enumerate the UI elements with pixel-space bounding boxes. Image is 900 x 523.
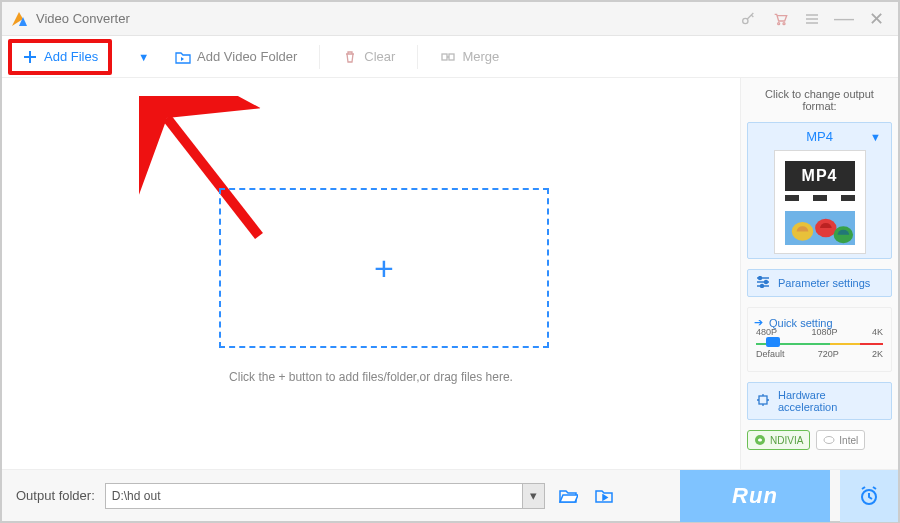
open-folder-button[interactable] [555, 483, 581, 509]
quality-slider[interactable]: 480P 1080P 4K Default 720P 2K [754, 337, 885, 365]
intel-badge: Intel [816, 430, 865, 450]
svg-rect-3 [442, 54, 447, 60]
folder-video-icon [175, 49, 191, 65]
add-files-highlight: Add Files [8, 39, 112, 75]
add-files-button[interactable]: Add Files [22, 49, 98, 65]
body: + Click the + button to add files/folder… [2, 78, 898, 469]
toolbar: Add Files ▼ Add Video Folder Clear Merge [2, 36, 898, 78]
svg-point-0 [743, 18, 748, 23]
merge-label: Merge [462, 49, 499, 64]
close-button[interactable]: ✕ [862, 5, 890, 33]
dropzone-hint: Click the + button to add files/folder,o… [2, 370, 740, 384]
merge-icon [440, 49, 456, 65]
app-logo-icon [10, 10, 28, 28]
slider-handle[interactable] [766, 337, 780, 347]
bottom-bar: Output folder: ▾ Run [2, 469, 898, 521]
titlebar: Video Converter — ✕ [2, 2, 898, 36]
hardware-accel-button[interactable]: Hardware acceleration [747, 382, 892, 420]
svg-point-11 [765, 281, 768, 284]
gpu-badges: NDIVIA Intel [747, 430, 892, 450]
svg-rect-4 [449, 54, 454, 60]
dropzone-plus-icon: + [374, 249, 394, 288]
cart-icon[interactable] [766, 5, 794, 33]
hardware-accel-label: Hardware acceleration [778, 389, 883, 413]
output-format-label: MP4 [806, 129, 833, 144]
scale-4k: 4K [872, 327, 883, 337]
trash-icon [342, 49, 358, 65]
toolbar-separator [319, 45, 320, 69]
chevron-down-icon: ▼ [870, 131, 881, 143]
parameter-settings-button[interactable]: Parameter settings [747, 269, 892, 297]
plus-icon [22, 49, 38, 65]
format-band: MP4 [785, 161, 855, 191]
play-folder-button[interactable] [591, 483, 617, 509]
scale-default: Default [756, 349, 785, 359]
svg-rect-13 [759, 396, 767, 404]
main-area: + Click the + button to add files/folder… [2, 78, 740, 469]
clear-button[interactable]: Clear [342, 49, 395, 65]
format-thumbnail: MP4 [774, 150, 866, 254]
key-icon[interactable] [734, 5, 762, 33]
svg-point-12 [761, 285, 764, 288]
add-video-folder-button[interactable]: Add Video Folder [175, 49, 297, 65]
drop-zone[interactable]: + [219, 188, 549, 348]
add-files-label: Add Files [44, 49, 98, 64]
run-label: Run [732, 483, 778, 509]
output-folder-dropdown[interactable]: ▾ [523, 483, 545, 509]
run-button[interactable]: Run [680, 470, 830, 522]
app-window: Video Converter — ✕ Add Files ▼ [0, 0, 900, 523]
output-folder-label: Output folder: [16, 488, 95, 503]
scale-480p: 480P [756, 327, 777, 337]
add-video-folder-label: Add Video Folder [197, 49, 297, 64]
schedule-button[interactable] [840, 470, 898, 522]
nvidia-badge-label: NDIVIA [770, 435, 803, 446]
svg-point-10 [759, 277, 762, 280]
toolbar-separator-2 [417, 45, 418, 69]
chip-icon [756, 393, 770, 409]
scale-720p: 720P [818, 349, 839, 359]
menu-icon[interactable] [798, 5, 826, 33]
svg-point-2 [783, 22, 785, 24]
sidebar: Click to change output format: MP4 ▼ MP4 [740, 78, 898, 469]
svg-point-9 [833, 226, 852, 243]
nvidia-badge: NDIVIA [747, 430, 810, 450]
clock-icon [857, 484, 881, 508]
parameter-settings-label: Parameter settings [778, 277, 870, 289]
clear-label: Clear [364, 49, 395, 64]
quick-setting-block: ➔ Quick setting 480P 1080P 4K Default 72… [747, 307, 892, 372]
sliders-icon [756, 276, 770, 290]
scale-1080p: 1080P [811, 327, 837, 337]
output-folder-field: ▾ [105, 483, 545, 509]
add-files-dropdown[interactable]: ▼ [134, 47, 153, 67]
minimize-button[interactable]: — [830, 5, 858, 33]
svg-point-15 [824, 437, 834, 444]
app-title: Video Converter [36, 11, 130, 26]
intel-badge-label: Intel [839, 435, 858, 446]
output-folder-input[interactable] [105, 483, 523, 509]
svg-point-1 [778, 22, 780, 24]
scale-2k: 2K [872, 349, 883, 359]
sidebar-header: Click to change output format: [747, 88, 892, 112]
output-format-selector[interactable]: MP4 ▼ MP4 [747, 122, 892, 259]
merge-button[interactable]: Merge [440, 49, 499, 65]
